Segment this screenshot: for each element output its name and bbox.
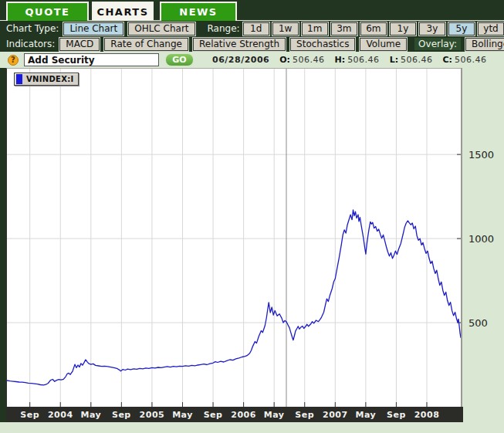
low-label: L: <box>390 55 398 65</box>
y-axis-label: 1000 <box>468 233 494 245</box>
x-axis-label: Sep <box>112 410 131 420</box>
range-button-3m[interactable]: 3m <box>331 22 357 36</box>
price-chart-svg <box>7 69 461 407</box>
range-button-5y[interactable]: 5y <box>448 22 475 36</box>
range-button-1m[interactable]: 1m <box>302 22 328 36</box>
x-axis-label: Sep <box>20 410 39 420</box>
x-axis-label: Sep <box>295 410 314 420</box>
tab-news[interactable]: NEWS <box>160 2 237 21</box>
macd-button[interactable]: MACD <box>59 38 100 51</box>
tab-quote[interactable]: QUOTE <box>6 2 89 21</box>
range-button-ytd[interactable]: ytd <box>478 22 504 36</box>
tab-charts[interactable]: CHARTS <box>92 2 154 21</box>
close-value: 506.46 <box>455 55 487 65</box>
overlay-label: Overlay: <box>414 38 461 50</box>
go-button[interactable]: GO <box>165 53 194 66</box>
series-symbol: VNINDEX:I <box>26 75 73 83</box>
close-quote: C:506.46 <box>443 55 487 65</box>
chart-type-toolbar: Chart Type: Line Chart OHLC Chart Range:… <box>0 21 504 36</box>
bollinger-bands-button[interactable]: Bollinger Bands <box>465 38 504 51</box>
x-axis-label: May <box>172 410 193 420</box>
x-axis-label: 2005 <box>140 410 165 420</box>
price-line <box>7 210 461 385</box>
charting-app: QUOTE CHARTS NEWS Chart Type: Line Chart… <box>0 0 504 433</box>
x-axis-label: 2008 <box>414 410 440 420</box>
x-axis-label: 2007 <box>323 410 348 420</box>
x-axis-label: Sep <box>204 410 223 420</box>
x-axis-label: May <box>356 410 377 420</box>
range-button-1w[interactable]: 1w <box>272 22 299 36</box>
range-button-1y[interactable]: 1y <box>390 22 416 36</box>
open-value: 506.46 <box>293 55 325 65</box>
x-axis-label: 2004 <box>48 410 73 420</box>
range-button-3y[interactable]: 3y <box>419 22 445 36</box>
open-label: O: <box>279 55 290 65</box>
close-label: C: <box>443 55 452 65</box>
range-button-1d[interactable]: 1d <box>243 22 269 36</box>
open-quote: O:506.46 <box>279 55 324 65</box>
low-value: 506.46 <box>401 55 433 65</box>
x-axis-label: May <box>264 410 285 420</box>
relative-strength-button[interactable]: Relative Strength <box>193 38 286 51</box>
indicators-label: Indicators: <box>6 39 55 49</box>
chart-left-border <box>0 68 6 422</box>
range-label: Range: <box>208 23 240 34</box>
security-bar: ? GO 06/28/2006 O:506.46 H:506.46 L:506.… <box>0 52 504 68</box>
stochastics-button[interactable]: Stochastics <box>290 38 355 51</box>
high-label: H: <box>335 55 346 65</box>
series-swatch-icon <box>16 74 22 84</box>
price-chart-plot[interactable]: VNINDEX:I <box>6 68 461 407</box>
low-quote: L:506.46 <box>390 55 433 65</box>
high-value: 506.46 <box>347 55 380 65</box>
range-button-6m[interactable]: 6m <box>360 22 387 36</box>
ohlc-chart-button[interactable]: OHLC Chart <box>128 22 194 36</box>
x-axis-label: 2006 <box>231 410 256 420</box>
tab-bar: QUOTE CHARTS NEWS <box>0 0 504 21</box>
x-axis-label: May <box>80 410 101 420</box>
add-security-input[interactable] <box>24 53 159 66</box>
x-axis-label: Sep <box>387 410 406 420</box>
line-chart-button[interactable]: Line Chart <box>63 22 123 36</box>
rate-of-change-button[interactable]: Rate of Change <box>104 38 188 51</box>
high-quote: H:506.46 <box>335 55 380 65</box>
chart-legend: VNINDEX:I <box>14 73 79 86</box>
indicators-toolbar: Indicators: MACD Rate of Change Relative… <box>0 36 504 52</box>
quote-date: 06/28/2006 <box>212 55 269 65</box>
y-axis-label: 1500 <box>468 149 494 161</box>
help-icon[interactable]: ? <box>8 55 19 66</box>
x-axis-bar: Sep2004MaySep2005MaySep2006MaySep2007May… <box>6 407 463 422</box>
quote-strip: 06/28/2006 O:506.46 H:506.46 L:506.46 C:… <box>212 55 487 65</box>
volume-button[interactable]: Volume <box>360 38 407 51</box>
y-axis-label: 500 <box>468 317 488 329</box>
y-axis-panel: 50010001500 <box>461 68 504 407</box>
chart-type-label: Chart Type: <box>6 23 59 34</box>
